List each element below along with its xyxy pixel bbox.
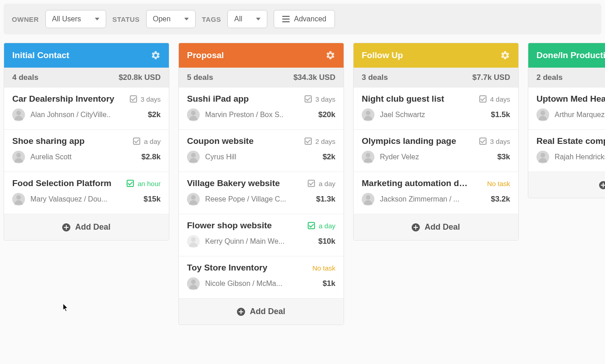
advanced-filters-button[interactable]: Advanced — [274, 10, 335, 28]
deal-person: Mary Valasquez / Dou... — [12, 193, 108, 206]
person-name: Reese Pope / Village C... — [205, 195, 286, 203]
chevron-down-icon — [95, 18, 99, 20]
avatar — [12, 193, 25, 206]
deal-value: $2k — [323, 152, 335, 162]
sliders-icon — [282, 16, 290, 22]
deal-title: Uptown Med Heal — [536, 94, 605, 104]
deal-person: Cyrus Hill — [187, 151, 236, 163]
add-deal-button[interactable]: Add Deal — [354, 214, 518, 240]
gear-icon[interactable] — [500, 50, 510, 60]
column-total: $7.7k USD — [472, 73, 510, 82]
filter-bar: OWNER All Users STATUS Open TAGS All Adv… — [4, 4, 601, 34]
pipeline-column: Initial Contact4 deals$20.8k USDCar Deal… — [4, 43, 169, 241]
deal-card[interactable]: Shoe sharing appa dayAurelia Scott$2.8k — [4, 130, 169, 172]
gear-icon[interactable] — [325, 50, 335, 60]
deal-card[interactable]: Sushi iPad app3 daysMarvin Preston / Box… — [179, 88, 344, 130]
deals-count: 4 deals — [12, 73, 39, 82]
task-indicator: an hour — [127, 180, 161, 187]
deal-title: Toy Store Inventory — [187, 263, 267, 273]
person-name: Mary Valasquez / Dou... — [30, 195, 108, 203]
deal-value: $2.8k — [141, 152, 161, 162]
person-name: Ryder Velez — [380, 153, 419, 161]
deal-card[interactable]: Village Bakery websitea dayReese Pope / … — [179, 172, 344, 214]
add-deal-button[interactable]: Ad — [528, 172, 605, 198]
avatar — [187, 277, 200, 290]
add-deal-button[interactable]: Add Deal — [4, 214, 169, 240]
deal-card[interactable]: Night club guest list4 daysJael Schwartz… — [354, 88, 518, 130]
deal-value: $1k — [323, 279, 335, 288]
deal-value: $3.2k — [491, 195, 510, 204]
plus-circle-icon — [599, 181, 605, 189]
column-header: Follow Up — [354, 43, 518, 68]
column-title: Done/In Productio — [536, 50, 605, 60]
add-deal-label: Add Deal — [424, 222, 460, 232]
avatar — [536, 151, 549, 163]
task-text: an hour — [138, 180, 161, 187]
deal-card[interactable]: Food Selection Platforman hourMary Valas… — [4, 172, 169, 214]
deal-person: Reese Pope / Village C... — [187, 193, 286, 206]
tags-dropdown[interactable]: All — [227, 10, 267, 28]
avatar — [187, 235, 200, 248]
deal-card[interactable]: Car Dealership Inventory3 daysAlan Johns… — [4, 88, 169, 130]
check-square-icon — [133, 138, 140, 145]
deal-title: Night club guest list — [362, 94, 444, 104]
deal-person: Alan Johnson / CityVille.. — [12, 108, 111, 121]
column-total: $34.3k USD — [293, 73, 335, 82]
deal-card[interactable]: Flower shop websitea dayKerry Quinn / Ma… — [179, 214, 344, 256]
status-dropdown-value: Open — [153, 15, 171, 23]
deal-title: Marketing automation demo — [362, 178, 468, 188]
column-summary: 3 deals$7.7k USD — [354, 68, 518, 88]
task-indicator: a day — [308, 222, 335, 230]
deal-value: $3k — [497, 152, 510, 162]
person-name: Jackson Zimmerman / ... — [380, 195, 459, 203]
deal-card[interactable]: Coupon website2 daysCyrus Hill$2k — [179, 130, 344, 172]
person-name: Marvin Preston / Box S.. — [205, 111, 284, 119]
avatar — [362, 108, 374, 121]
deal-value: $1.3k — [316, 195, 335, 204]
task-text: a day — [144, 138, 161, 145]
deal-card[interactable]: Marketing automation demoNo taskJackson … — [354, 172, 518, 214]
check-square-icon — [308, 180, 315, 187]
add-deal-button[interactable]: Add Deal — [179, 299, 344, 325]
deal-title: Sushi iPad app — [187, 94, 249, 104]
avatar — [187, 108, 200, 121]
person-name: Alan Johnson / CityVille.. — [30, 111, 111, 119]
tags-dropdown-value: All — [234, 15, 242, 23]
status-label: STATUS — [113, 15, 140, 23]
column-summary: 4 deals$20.8k USD — [4, 68, 169, 88]
deal-value: $20k — [318, 110, 335, 119]
check-square-icon — [305, 95, 312, 103]
deals-count: 3 deals — [362, 73, 388, 82]
chevron-down-icon — [184, 18, 189, 20]
deal-value: $10k — [318, 237, 335, 246]
pipeline-column: Done/In Productio2 dealsUptown Med HealA… — [528, 43, 605, 198]
person-name: Arthur Marquez — [555, 111, 605, 119]
task-text: No task — [312, 264, 335, 272]
column-header: Proposal — [179, 43, 344, 68]
avatar — [362, 193, 374, 206]
deal-card[interactable]: Olympics landing page3 daysRyder Velez$3… — [354, 130, 518, 172]
gear-icon[interactable] — [151, 50, 161, 60]
deal-card[interactable]: Uptown Med HealArthur Marquez — [528, 88, 605, 130]
deal-person: Ryder Velez — [362, 151, 419, 163]
column-total: $20.8k USD — [118, 73, 161, 82]
column-title: Initial Contact — [12, 50, 69, 60]
task-text: a day — [319, 222, 335, 230]
tags-label: TAGS — [202, 15, 221, 23]
column-summary: 2 deals — [528, 68, 605, 88]
person-name: Nicole Gibson / McMa... — [205, 280, 282, 288]
task-text: 3 days — [315, 95, 335, 103]
deal-title: Flower shop website — [187, 221, 272, 231]
task-text: 3 days — [141, 95, 161, 103]
task-indicator: a day — [308, 180, 335, 187]
status-dropdown[interactable]: Open — [146, 10, 196, 28]
person-name: Kerry Quinn / Main We... — [205, 237, 285, 246]
owner-dropdown[interactable]: All Users — [45, 10, 106, 28]
task-text: 3 days — [490, 138, 510, 145]
deal-card[interactable]: Toy Store InventoryNo taskNicole Gibson … — [179, 256, 344, 299]
check-square-icon — [127, 180, 134, 187]
deal-value: $2k — [148, 110, 161, 119]
task-text: 4 days — [490, 95, 510, 103]
deal-card[interactable]: Real Estate compaRajah Hendricks — [528, 130, 605, 172]
deals-count: 5 deals — [187, 73, 213, 82]
